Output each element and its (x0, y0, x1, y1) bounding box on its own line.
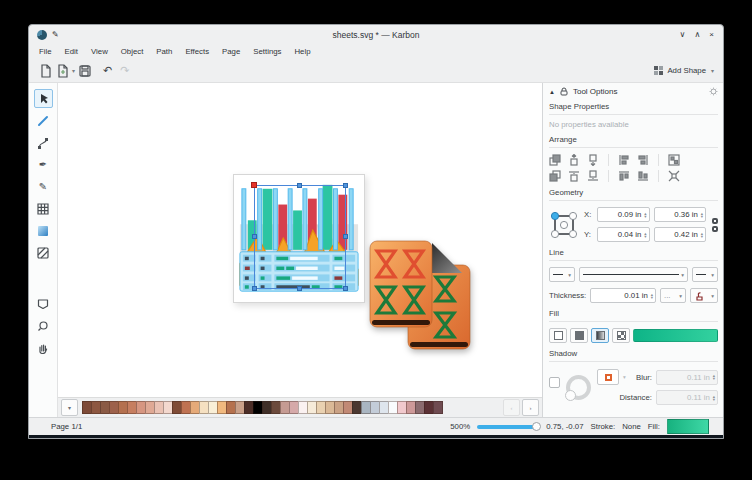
panel-title: Tool Options (573, 87, 617, 96)
lock-ratio-icon[interactable] (712, 218, 718, 232)
menu-view[interactable]: View (91, 47, 108, 56)
zoom-slider-knob[interactable] (532, 422, 541, 431)
select-tool[interactable] (34, 89, 53, 108)
line-style-dropdown[interactable]: ▾ (579, 267, 688, 282)
collapse-docker-icon[interactable]: ▲ (549, 89, 555, 95)
x-label: X: (584, 210, 593, 219)
gear-icon[interactable] (709, 87, 718, 96)
shadow-angle-knob[interactable] (565, 390, 576, 401)
status-bar: Page 1/1 500% 0.75, -0.07 Stroke: None F… (29, 417, 723, 435)
window-bottom-edge (29, 435, 723, 438)
shadow-color-button[interactable] (597, 369, 619, 385)
fill-gradient-button[interactable] (591, 328, 609, 343)
zoom-slider[interactable] (477, 425, 539, 429)
save-button[interactable] (76, 62, 93, 79)
thickness-label: Thickness: (549, 291, 586, 300)
selection-handle-top-middle[interactable] (297, 183, 302, 188)
open-dropdown-arrow[interactable]: ▾ (72, 67, 75, 74)
raise-button[interactable] (568, 154, 580, 166)
grid-tool[interactable] (34, 199, 53, 218)
cards-artwork[interactable] (368, 239, 472, 357)
shadow-checkbox[interactable] (549, 377, 560, 388)
drawing-canvas[interactable]: ▾ ‹ › (58, 83, 542, 417)
close-button[interactable]: × (709, 31, 714, 39)
selection-handle-middle-right[interactable] (343, 234, 348, 239)
menu-effects[interactable]: Effects (185, 47, 209, 56)
ungroup-button[interactable] (668, 170, 680, 182)
group-button[interactable] (668, 154, 680, 166)
menu-help[interactable]: Help (294, 47, 310, 56)
bring-to-front-button[interactable] (549, 154, 561, 166)
raise-to-top-button[interactable] (568, 170, 580, 182)
calligraphy-tool[interactable]: ✒ (34, 155, 53, 174)
shape-badge-tool[interactable] (34, 294, 53, 313)
selection-handle-bottom-right[interactable] (343, 286, 348, 291)
lower-button[interactable] (587, 154, 599, 166)
line-tool[interactable] (34, 111, 53, 130)
color-palette-bar: ▾ ‹ › (58, 397, 542, 417)
menu-file[interactable]: File (39, 47, 52, 56)
send-to-back-button[interactable] (549, 170, 561, 182)
width-field[interactable]: 0.36 in▴▾ (654, 207, 707, 222)
redo-button[interactable]: ↷ (120, 65, 129, 76)
shadow-distance-field[interactable]: 0.11 in▴▾ (656, 390, 718, 405)
anchor-point-selector[interactable] (549, 210, 579, 240)
zoom-tool[interactable] (34, 316, 53, 335)
align-right-button[interactable] (637, 154, 649, 166)
palette-menu-button[interactable]: ▾ (61, 399, 78, 416)
fill-pattern-button[interactable] (612, 328, 630, 343)
fill-none-button[interactable] (549, 328, 567, 343)
selection-handle-top-right[interactable] (343, 183, 348, 188)
menu-edit[interactable]: Edit (65, 47, 78, 56)
join-style-dropdown[interactable]: ...▾ (660, 288, 686, 303)
palette-scroll-right-button[interactable]: › (522, 399, 539, 416)
new-document-button[interactable] (37, 62, 54, 79)
line-end-marker-dropdown[interactable]: ▾ (692, 267, 718, 282)
menu-page[interactable]: Page (222, 47, 240, 56)
add-shape-label: Add Shape (667, 66, 706, 75)
palette-swatch[interactable] (433, 401, 443, 414)
maximize-button[interactable]: ∧ (694, 31, 700, 39)
lower-to-bottom-button[interactable] (587, 170, 599, 182)
selection-handle-bottom-middle[interactable] (297, 286, 302, 291)
tool-options-panel: ▲ Tool Options Shape Properties No prope… (542, 83, 723, 417)
open-document-button[interactable] (54, 62, 71, 79)
path-edit-tool[interactable] (34, 133, 53, 152)
add-shape-button[interactable]: Add Shape ▾ (654, 66, 715, 75)
align-top-button[interactable] (618, 170, 630, 182)
undo-button[interactable]: ↶ (103, 65, 112, 76)
fill-color-swatch[interactable] (667, 419, 709, 434)
line-start-marker-dropdown[interactable]: ▾ (549, 267, 575, 282)
fill-gradient-preview[interactable] (633, 329, 718, 342)
main-toolbar: ▾ ↶ ↷ Add Shape ▾ (29, 59, 723, 83)
pencil-tool[interactable]: ✎ (34, 177, 53, 196)
zoom-level[interactable]: 500% (450, 422, 470, 431)
selection-rectangle[interactable] (254, 185, 346, 289)
pan-tool[interactable] (34, 338, 53, 357)
minimize-button[interactable]: ∨ (680, 31, 686, 39)
shadow-angle-dial[interactable] (566, 375, 591, 400)
title-bar[interactable]: ✎ sheets.svg * — Karbon ∨ ∧ × (29, 25, 723, 44)
menu-object[interactable]: Object (121, 47, 144, 56)
stroke-paint-button[interactable]: ▾ (690, 288, 718, 303)
selection-handle-top-left[interactable] (251, 182, 257, 188)
menu-settings[interactable]: Settings (253, 47, 281, 56)
gradient-tool[interactable] (34, 221, 53, 240)
pattern-tool[interactable] (34, 243, 53, 262)
shadow-label: Shadow (549, 349, 718, 362)
fill-solid-button[interactable] (570, 328, 588, 343)
menu-path[interactable]: Path (156, 47, 172, 56)
add-shape-icon (654, 66, 663, 75)
selection-handle-bottom-left[interactable] (252, 286, 257, 291)
selection-handle-middle-left[interactable] (252, 234, 257, 239)
lock-icon[interactable] (560, 87, 568, 96)
x-position-field[interactable]: 0.09 in▴▾ (597, 207, 650, 222)
thickness-field[interactable]: 0.01 in▴▾ (590, 288, 656, 303)
height-field[interactable]: 0.42 in▴▾ (654, 227, 707, 242)
y-position-field[interactable]: 0.04 in▴▾ (597, 227, 650, 242)
blur-label: Blur: (636, 373, 652, 382)
align-bottom-button[interactable] (637, 170, 649, 182)
shadow-blur-field[interactable]: 0.11 in▴▾ (656, 370, 718, 385)
palette-scroll-left-button[interactable]: ‹ (503, 399, 520, 416)
align-left-button[interactable] (618, 154, 630, 166)
